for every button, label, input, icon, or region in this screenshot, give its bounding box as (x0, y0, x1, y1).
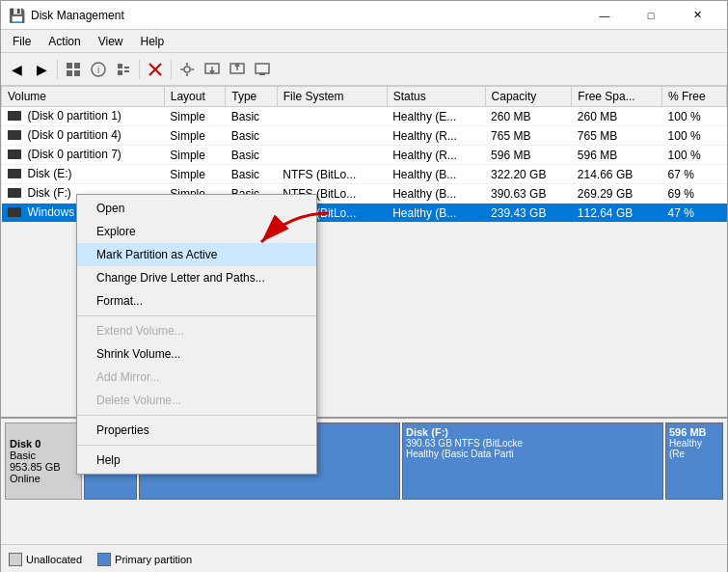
table-cell-0-4: Healthy (E... (387, 107, 485, 126)
toolbar-settings[interactable] (175, 58, 199, 81)
table-cell-5-5: 239.43 GB (485, 204, 572, 223)
svg-rect-6 (118, 64, 122, 68)
toolbar-back[interactable]: ◀ (5, 58, 28, 81)
disk-0-label: Disk 0 Basic 953.85 GB Online (5, 422, 82, 500)
app-title: Disk Management (31, 9, 124, 22)
table-cell-0-0: (Disk 0 partition 1) (2, 107, 165, 126)
table-cell-1-3 (277, 126, 387, 146)
svg-rect-9 (124, 70, 129, 72)
table-cell-3-5: 322.20 GB (485, 165, 572, 184)
svg-rect-0 (67, 63, 72, 68)
menu-bar: File Action View Help (1, 30, 727, 53)
context-menu: OpenExploreMark Partition as ActiveChang… (76, 194, 317, 475)
table-cell-2-2: Basic (226, 146, 278, 165)
ctx-extend: Extend Volume... (77, 319, 316, 342)
table-cell-5-6: 112.64 GB (572, 204, 662, 223)
table-cell-3-3: NTFS (BitLo... (277, 165, 387, 184)
col-layout: Layout (164, 87, 225, 107)
close-button[interactable]: ✕ (675, 6, 719, 25)
svg-text:i: i (97, 65, 99, 75)
table-cell-1-6: 765 MB (572, 126, 662, 146)
minimize-button[interactable]: — (582, 6, 627, 25)
svg-point-12 (184, 67, 190, 72)
legend-unalloc: Unallocated (9, 553, 82, 566)
ctx-help[interactable]: Help (77, 449, 316, 472)
table-cell-0-2: Basic (226, 107, 278, 126)
table-cell-2-4: Healthy (R... (387, 146, 485, 165)
svg-rect-1 (74, 63, 80, 68)
disk-0-name: Disk 0 (10, 438, 77, 449)
table-cell-1-4: Healthy (R... (387, 126, 485, 146)
ctx-explore[interactable]: Explore (77, 220, 316, 243)
app-icon: 💾 (9, 8, 25, 23)
ctx-change-letter[interactable]: Change Drive Letter and Paths... (77, 266, 316, 289)
ctx-open[interactable]: Open (77, 197, 316, 220)
toolbar-properties[interactable] (112, 58, 135, 81)
svg-rect-3 (74, 70, 80, 76)
menu-action[interactable]: Action (40, 33, 88, 50)
table-row[interactable]: (Disk 0 partition 1)SimpleBasicHealthy (… (2, 107, 727, 126)
ctx-add-mirror: Add Mirror... (77, 366, 316, 389)
table-cell-2-5: 596 MB (485, 146, 572, 165)
col-capacity: Capacity (485, 87, 572, 107)
toolbar-view[interactable] (62, 58, 85, 81)
menu-file[interactable]: File (5, 33, 39, 50)
table-cell-2-3 (277, 146, 387, 165)
table-cell-3-4: Healthy (B... (387, 165, 485, 184)
svg-rect-2 (67, 70, 72, 76)
col-fs: File System (277, 87, 387, 107)
col-volume: Volume (2, 87, 165, 107)
svg-rect-23 (256, 64, 269, 73)
menu-view[interactable]: View (91, 33, 131, 50)
maximize-button[interactable]: □ (629, 6, 673, 25)
status-bar: Unallocated Primary partition (1, 544, 727, 572)
disk-partition-596mb[interactable]: 596 MB Healthy (Re (665, 422, 723, 500)
table-cell-3-1: Simple (164, 165, 225, 184)
disk-0-size: 953.85 GB (10, 461, 77, 473)
table-cell-2-7: 100 % (662, 146, 727, 165)
ctx-shrink[interactable]: Shrink Volume... (77, 342, 316, 366)
table-cell-0-3 (277, 107, 387, 126)
ctx-separator (77, 415, 316, 416)
legend-primary-label: Primary partition (115, 554, 192, 565)
table-cell-5-4: Healthy (B... (387, 204, 485, 223)
ctx-separator (77, 315, 316, 316)
table-row[interactable]: (Disk 0 partition 7)SimpleBasicHealthy (… (2, 146, 727, 165)
menu-help[interactable]: Help (133, 33, 173, 50)
col-type: Type (226, 87, 278, 107)
disk-partition-f[interactable]: Disk (F:) 390.63 GB NTFS (BitLocke Healt… (402, 422, 663, 500)
table-cell-0-5: 260 MB (485, 107, 572, 126)
table-cell-1-5: 765 MB (485, 126, 572, 146)
table-row[interactable]: (Disk 0 partition 4)SimpleBasicHealthy (… (2, 126, 727, 146)
table-cell-3-0: Disk (E:) (2, 165, 165, 184)
toolbar-export[interactable] (226, 58, 249, 81)
table-row[interactable]: Disk (E:)SimpleBasicNTFS (BitLo...Health… (2, 165, 727, 184)
toolbar-info[interactable]: i (87, 58, 110, 81)
table-cell-1-7: 100 % (662, 126, 727, 146)
table-cell-4-6: 269.29 GB (572, 184, 662, 204)
table-cell-2-1: Simple (164, 146, 225, 165)
ctx-format[interactable]: Format... (77, 289, 316, 313)
ctx-mark-active[interactable]: Mark Partition as Active (77, 243, 316, 266)
table-cell-5-7: 47 % (662, 204, 727, 223)
toolbar-screen[interactable] (251, 58, 274, 81)
table-cell-0-1: Simple (164, 107, 225, 126)
ctx-properties[interactable]: Properties (77, 419, 316, 442)
table-cell-2-0: (Disk 0 partition 7) (2, 146, 165, 165)
table-cell-4-4: Healthy (B... (387, 184, 485, 204)
toolbar-sep-2 (139, 60, 140, 79)
table-cell-1-1: Simple (164, 126, 225, 146)
svg-rect-24 (259, 73, 265, 75)
toolbar: ◀ ▶ i (1, 53, 727, 86)
title-bar: 💾 Disk Management — □ ✕ (1, 1, 727, 30)
table-cell-3-6: 214.66 GB (572, 165, 662, 184)
toolbar-delete[interactable] (144, 58, 167, 81)
toolbar-sep-1 (57, 60, 58, 79)
table-cell-1-2: Basic (226, 126, 278, 146)
ctx-delete: Delete Volume... (77, 389, 316, 412)
toolbar-sep-3 (171, 60, 172, 79)
toolbar-import[interactable] (201, 58, 224, 81)
table-cell-3-2: Basic (226, 165, 278, 184)
table-cell-1-0: (Disk 0 partition 4) (2, 126, 165, 146)
toolbar-forward[interactable]: ▶ (30, 58, 53, 81)
